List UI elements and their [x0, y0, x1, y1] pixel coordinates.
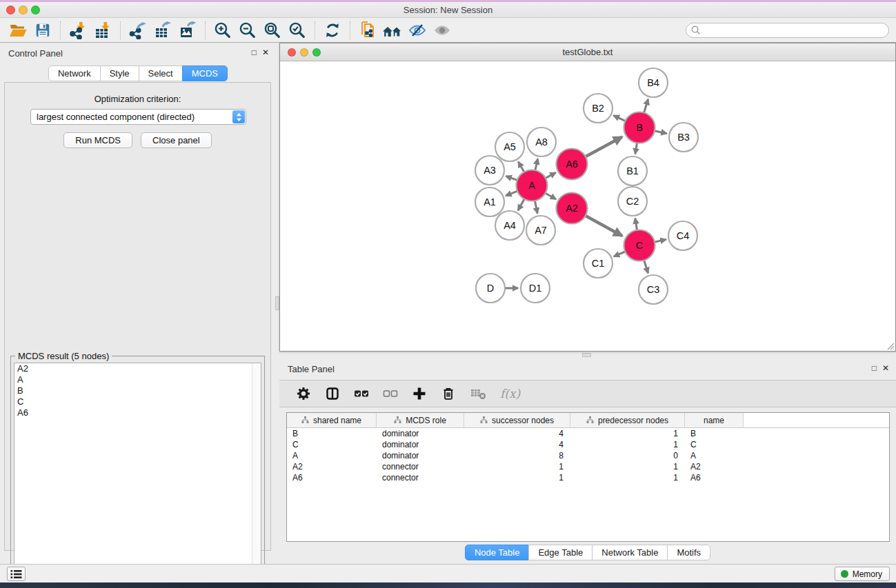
column-header-name[interactable]: name	[685, 413, 744, 427]
tab-network[interactable]: Network	[48, 65, 101, 81]
refresh-icon[interactable]	[320, 20, 345, 41]
column-header-successor-nodes[interactable]: successor nodes	[464, 413, 570, 427]
save-icon[interactable]	[30, 20, 55, 41]
float-panel-icon[interactable]: □	[252, 48, 257, 57]
column-header-predecessor-nodes[interactable]: predecessor nodes	[570, 413, 685, 427]
zoom-out-icon[interactable]	[235, 20, 260, 41]
export-table-icon[interactable]	[150, 20, 175, 41]
table-row[interactable]: A2connector11A2	[287, 461, 889, 472]
graph-node-A2[interactable]: A2	[557, 193, 588, 224]
graph-node-C2[interactable]: C2	[618, 187, 647, 216]
export-image-icon[interactable]	[175, 20, 200, 41]
select-all-icon[interactable]	[354, 387, 369, 400]
table-cell[interactable]: B	[287, 428, 377, 439]
mcds-result-list[interactable]: A2ABCA6	[14, 363, 261, 588]
table-cell[interactable]: 1	[464, 461, 570, 472]
result-item[interactable]: B	[14, 385, 261, 396]
tab-network-table[interactable]: Network Table	[592, 545, 668, 560]
table-cell[interactable]: A	[287, 450, 377, 461]
graph-node-B1[interactable]: B1	[618, 156, 647, 185]
table-cell[interactable]: dominator	[377, 450, 464, 461]
column-pane-icon[interactable]	[325, 386, 340, 401]
zoom-selected-icon[interactable]	[285, 20, 310, 41]
tab-style[interactable]: Style	[100, 65, 139, 81]
result-item[interactable]: A2	[14, 363, 261, 374]
show-all-icon[interactable]	[430, 20, 455, 41]
network-canvas[interactable]: B4B2BB3B1A8A5A6A3AA1C2A2A4A7C4CC1C3DD1	[280, 61, 895, 351]
graph-node-C1[interactable]: C1	[584, 249, 613, 278]
table-cell[interactable]: connector	[377, 461, 464, 472]
table-cell[interactable]: B	[685, 428, 744, 439]
table-row[interactable]: Bdominator41B	[287, 428, 889, 439]
resize-grip-icon[interactable]	[885, 341, 895, 350]
close-panel-button[interactable]: Close panel	[141, 132, 212, 148]
graph-node-B4[interactable]: B4	[639, 68, 668, 97]
graph-node-D1[interactable]: D1	[521, 274, 550, 303]
table-row[interactable]: Cdominator41C	[287, 439, 889, 450]
import-table-icon[interactable]	[90, 20, 115, 41]
task-history-button[interactable]	[7, 567, 26, 581]
graph-node-A5[interactable]: A5	[495, 132, 524, 161]
criterion-select[interactable]: largest connected component (directed)	[30, 109, 246, 125]
result-scrollbar[interactable]	[252, 363, 261, 587]
table-cell[interactable]: 8	[464, 450, 570, 461]
tab-motifs[interactable]: Motifs	[667, 545, 710, 560]
graph-node-B2[interactable]: B2	[584, 94, 613, 123]
tab-node-table[interactable]: Node Table	[465, 545, 530, 560]
graph-node-A6[interactable]: A6	[557, 149, 588, 180]
first-neighbors-icon[interactable]	[380, 20, 405, 41]
table-row[interactable]: A6connector11A6	[287, 472, 889, 483]
float-panel-icon[interactable]: □	[872, 363, 877, 373]
zoom-fit-icon[interactable]	[260, 20, 285, 41]
split-divider-handle[interactable]	[582, 353, 591, 357]
graph-node-C3[interactable]: C3	[639, 275, 668, 304]
column-header-shared-name[interactable]: shared name	[287, 413, 377, 427]
table-cell[interactable]: A	[685, 450, 744, 461]
zoom-in-icon[interactable]	[210, 20, 235, 41]
table-cell[interactable]: 1	[570, 428, 685, 439]
deselect-all-icon[interactable]	[383, 387, 398, 400]
graph-node-A3[interactable]: A3	[475, 156, 504, 185]
network-window-titlebar[interactable]: testGlobe.txt	[280, 43, 895, 61]
table-cell[interactable]: A2	[685, 461, 744, 472]
node-table[interactable]: shared nameMCDS rolesuccessor nodesprede…	[286, 412, 890, 542]
graph-node-A4[interactable]: A4	[495, 211, 524, 240]
search-input[interactable]	[686, 23, 889, 38]
table-cell[interactable]: A2	[287, 461, 377, 472]
graph-node-C[interactable]: C	[624, 230, 655, 261]
table-cell[interactable]: 4	[464, 439, 570, 450]
table-cell[interactable]: 4	[464, 428, 570, 439]
table-cell[interactable]: 0	[570, 450, 685, 461]
table-cell[interactable]: 1	[570, 461, 685, 472]
tab-edge-table[interactable]: Edge Table	[528, 545, 593, 560]
run-mcds-button[interactable]: Run MCDS	[63, 132, 132, 148]
table-cell[interactable]: connector	[377, 472, 464, 483]
close-panel-icon[interactable]: ✕	[882, 363, 889, 373]
import-network-icon[interactable]	[66, 20, 90, 41]
tab-mcds[interactable]: MCDS	[182, 65, 228, 81]
table-row[interactable]: Adominator80A	[287, 450, 889, 461]
export-network-icon[interactable]	[126, 20, 150, 41]
memory-button[interactable]: Memory	[835, 567, 890, 581]
graph-node-A7[interactable]: A7	[526, 216, 555, 245]
graph-node-A8[interactable]: A8	[527, 128, 556, 156]
open-folder-icon[interactable]	[6, 20, 30, 41]
table-cell[interactable]: A6	[685, 472, 744, 483]
close-panel-icon[interactable]: ✕	[262, 48, 269, 57]
table-cell[interactable]: dominator	[377, 428, 464, 439]
table-cell[interactable]: C	[287, 439, 377, 450]
column-header-MCDS-role[interactable]: MCDS role	[377, 413, 464, 427]
graph-node-D[interactable]: D	[476, 274, 505, 303]
tab-select[interactable]: Select	[139, 65, 183, 81]
table-cell[interactable]: C	[685, 439, 744, 450]
graph-node-B3[interactable]: B3	[669, 123, 698, 152]
graph-node-A[interactable]: A	[517, 170, 548, 201]
graph-node-B[interactable]: B	[624, 112, 655, 143]
hide-selected-icon[interactable]	[405, 20, 430, 41]
table-cell[interactable]: 1	[464, 472, 570, 483]
network-from-selection-icon[interactable]	[355, 20, 380, 41]
table-cell[interactable]: 1	[570, 472, 685, 483]
graph-node-C4[interactable]: C4	[668, 221, 697, 250]
gear-icon[interactable]	[296, 386, 311, 401]
trash-icon[interactable]	[441, 386, 456, 401]
